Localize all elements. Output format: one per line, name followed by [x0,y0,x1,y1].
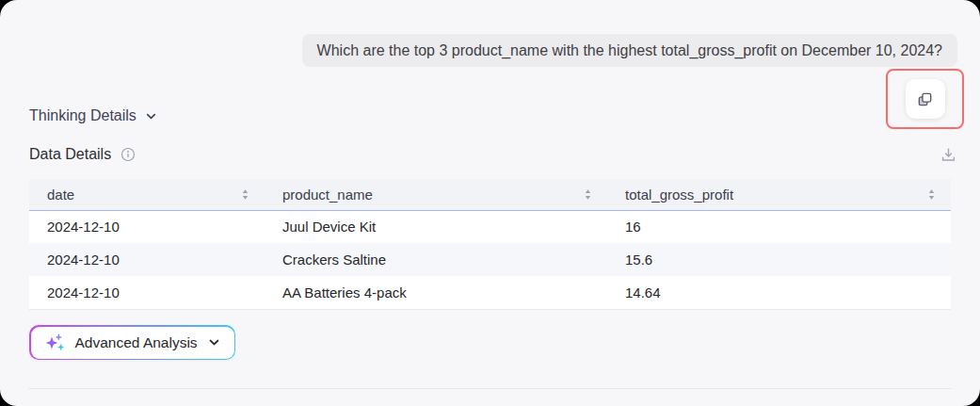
advanced-analysis-label: Advanced Analysis [75,334,198,351]
sort-icon [925,188,938,201]
copy-highlight-box [886,69,964,129]
sparkle-icon [45,333,65,352]
column-header-date[interactable]: date [29,179,265,210]
table-cell: AA Batteries 4-pack [265,276,607,309]
user-message-row: Which are the top 3 product_name with th… [302,34,957,67]
table-header-row: date product_name [29,179,951,210]
table-cell: 2024-12-10 [29,276,265,309]
data-details-label: Data Details [29,146,111,163]
table-row: 2024-12-10 Crackers Saltine 15.6 [29,243,951,276]
sort-icon [582,188,594,201]
chevron-down-icon [208,336,220,349]
table-cell: 15.6 [607,243,951,276]
copy-button[interactable] [906,79,945,119]
user-question-bubble: Which are the top 3 product_name with th… [302,34,957,67]
info-icon[interactable] [120,147,136,162]
download-button[interactable] [939,145,958,165]
table-row: 2024-12-10 AA Batteries 4-pack 14.64 [29,276,951,309]
table-cell: 16 [607,210,951,243]
table-cell: 14.64 [607,276,951,309]
advanced-analysis-button[interactable]: Advanced Analysis [31,327,234,359]
thinking-details-toggle[interactable]: Thinking Details [29,107,157,124]
data-table: date product_name [29,179,951,310]
column-label: total_gross_profit [625,187,733,203]
column-label: date [47,187,74,203]
data-details-header: Data Details [29,146,136,163]
table-row: 2024-12-10 Juul Device Kit 16 [29,210,951,243]
thinking-details-label: Thinking Details [29,107,137,124]
download-icon [940,147,956,163]
table-cell: Juul Device Kit [265,210,607,243]
advanced-analysis-wrap: Advanced Analysis [29,325,235,360]
chat-analysis-panel: Which are the top 3 product_name with th… [0,0,980,406]
sort-icon [239,188,251,201]
table-cell: Crackers Saltine [265,243,607,276]
copy-icon [916,90,934,108]
column-label: product_name [282,187,373,203]
column-header-total-gross-profit[interactable]: total_gross_profit [607,179,951,210]
table-cell: 2024-12-10 [29,210,265,243]
column-header-product-name[interactable]: product_name [265,179,607,210]
table-cell: 2024-12-10 [29,243,265,276]
footer-divider [28,388,952,389]
chevron-down-icon [145,110,157,122]
